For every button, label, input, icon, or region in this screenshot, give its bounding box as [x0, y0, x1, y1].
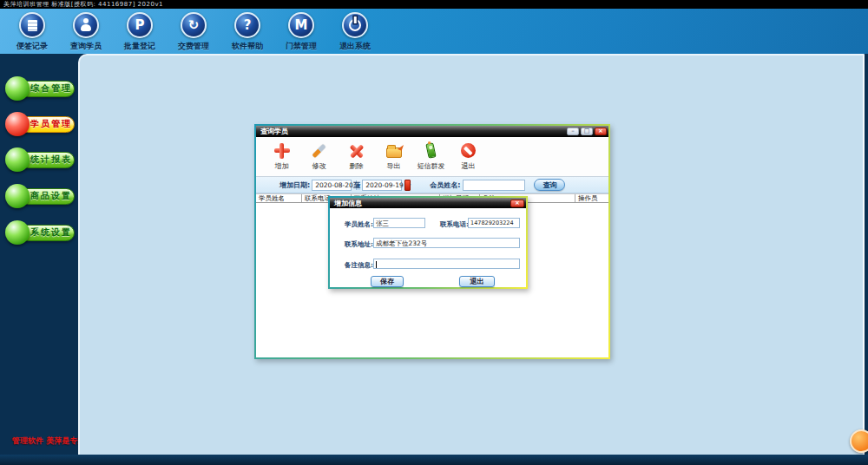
sms-broadcast-button[interactable]: 短信群发 — [412, 137, 450, 176]
phone-input[interactable]: 147829203224 — [468, 218, 520, 228]
maximize-button[interactable]: □ — [581, 128, 593, 135]
toolbar-label: 批量登记 — [124, 41, 155, 52]
tool-label: 增加 — [275, 161, 289, 171]
sidebar-item-system-settings[interactable]: 系统设置 — [5, 220, 75, 245]
letter-m-icon: M — [288, 12, 314, 38]
tool-label: 短信群发 — [418, 161, 445, 171]
document-glyph — [28, 20, 37, 31]
tool-label: 删除 — [350, 161, 364, 171]
marquee-text: 管理软件 美萍是专家 — [12, 436, 85, 447]
power-glyph — [349, 19, 361, 31]
refresh-icon: ↻ — [181, 12, 207, 38]
phone-label: 联系电话: — [440, 220, 469, 229]
toolbar-label: 查询学员 — [70, 41, 102, 52]
save-button[interactable]: 保存 — [371, 276, 404, 287]
exit-button[interactable]: 退出 — [459, 276, 495, 287]
dialog-titlebar[interactable]: 查询学员 – □ × — [256, 126, 608, 137]
dialog-title: 增加信息 — [332, 199, 509, 208]
column-header-student-name[interactable]: 学员姓名 — [256, 194, 302, 202]
wrench-icon — [317, 141, 321, 160]
note-icon — [19, 12, 45, 38]
member-name-label: 会员姓名: — [430, 180, 460, 190]
add-button[interactable]: 增加 — [263, 137, 300, 176]
toolbar-button-query-student[interactable]: 查询学员 — [59, 9, 113, 54]
phone-icon — [427, 141, 435, 160]
close-button[interactable]: × — [510, 200, 524, 207]
toolbar-label: 退出系统 — [339, 41, 371, 52]
date-from-value: 2020-08-20 — [312, 181, 356, 189]
sidebar-item-student-management[interactable]: 学员管理 — [5, 112, 75, 136]
window-title: 美萍培训班管理 标准版[授权码: 44116987] 2020v1 — [0, 0, 163, 9]
sidebar: 综合管理 学员管理 统计报表 商品设置 系统设置 管理软件 美萍是专家 — [0, 54, 78, 455]
tool-label: 退出 — [462, 161, 476, 171]
refresh-glyph: ↻ — [188, 19, 200, 32]
dialog-title: 查询学员 — [258, 127, 565, 136]
window-titlebar: 美萍培训班管理 标准版[授权码: 44116987] 2020v1 — [0, 0, 868, 9]
plus-icon — [274, 141, 290, 160]
toolbar-button-batch-register[interactable]: P 批量登记 — [113, 9, 167, 54]
sphere-icon — [5, 184, 30, 208]
no-entry-icon — [461, 141, 476, 160]
sidebar-item-general-management[interactable]: 综合管理 — [5, 76, 75, 101]
delete-button[interactable]: 删除 — [338, 137, 375, 176]
toolbar-button-exit-system[interactable]: 退出系统 — [328, 9, 382, 54]
tool-label: 修改 — [312, 161, 326, 171]
corner-badge-icon[interactable] — [850, 429, 868, 453]
main-toolbar: 便签记录 查询学员 P 批量登记 ↻ 交费管理 ? 软件帮助 M 门禁管理 退出… — [0, 9, 868, 54]
sphere-icon — [5, 220, 30, 245]
p-glyph: P — [135, 19, 145, 32]
toolbar-label: 交费管理 — [178, 41, 209, 52]
sphere-icon — [5, 112, 30, 136]
toolbar-button-payment[interactable]: ↻ 交费管理 — [167, 9, 220, 54]
question-glyph: ? — [244, 19, 252, 32]
column-header-operator[interactable]: 操作员 — [575, 194, 608, 202]
modify-button[interactable]: 修改 — [300, 137, 338, 176]
date-range-label: 增加日期: — [279, 180, 310, 190]
date-picker-icon[interactable] — [404, 180, 411, 191]
tool-label: 导出 — [387, 161, 401, 171]
toolbar-label: 便签记录 — [16, 41, 48, 52]
filter-bar: 增加日期: 2020-08-20 ▼ 至 2020-09-19 ▼ 会员姓名: … — [256, 177, 608, 193]
remark-input[interactable] — [373, 259, 520, 269]
delete-x-icon — [349, 141, 365, 160]
help-icon: ? — [234, 12, 260, 38]
app-window: 美萍培训班管理 标准版[授权码: 44116987] 2020v1 便签记录 查… — [0, 0, 868, 465]
remark-label: 备注信息: — [345, 261, 373, 270]
toolbar-label: 软件帮助 — [232, 41, 263, 52]
sphere-icon — [5, 147, 30, 172]
toolbar-button-door-control[interactable]: M 门禁管理 — [274, 9, 328, 54]
add-info-dialog: 增加信息 × 学员姓名: 张三 联系电话: 147829203224 联系地址:… — [328, 196, 528, 289]
toolbar-label: 门禁管理 — [286, 41, 317, 52]
sidebar-item-statistics-report[interactable]: 统计报表 — [5, 147, 75, 172]
person-icon — [73, 12, 99, 38]
dialog-titlebar[interactable]: 增加信息 × — [330, 198, 526, 208]
power-icon — [342, 12, 368, 38]
toolbar-button-note-record[interactable]: 便签记录 — [5, 9, 59, 54]
date-to-value: 2020-09-19 — [363, 181, 406, 189]
exit-button[interactable]: 退出 — [450, 137, 487, 176]
query-button[interactable]: 查询 — [534, 179, 565, 191]
address-input[interactable]: 成都老下位232号 — [373, 238, 520, 248]
close-button[interactable]: × — [595, 128, 607, 135]
date-from-select[interactable]: 2020-08-20 ▼ — [312, 180, 352, 191]
person-glyph — [79, 18, 93, 32]
student-name-label: 学员姓名: — [345, 220, 373, 229]
toolbar-button-help[interactable]: ? 软件帮助 — [220, 9, 274, 54]
minimize-button[interactable]: – — [567, 128, 579, 135]
sphere-icon — [5, 76, 30, 101]
date-to-select[interactable]: 2020-09-19 ▼ — [362, 180, 402, 191]
dialog-toolbar: 增加 修改 删除 导出 短信群发 退出 — [256, 137, 608, 177]
address-label: 联系地址: — [345, 240, 373, 249]
m-glyph: M — [295, 19, 308, 32]
bottom-bar — [0, 455, 868, 465]
to-label: 至 — [353, 180, 360, 190]
letter-p-icon: P — [127, 12, 153, 38]
export-button[interactable]: 导出 — [375, 137, 412, 176]
folder-export-icon — [386, 141, 402, 160]
member-name-input[interactable] — [463, 180, 525, 191]
sidebar-item-product-settings[interactable]: 商品设置 — [5, 184, 75, 208]
student-name-input[interactable]: 张三 — [373, 218, 425, 228]
text-cursor — [376, 261, 377, 268]
